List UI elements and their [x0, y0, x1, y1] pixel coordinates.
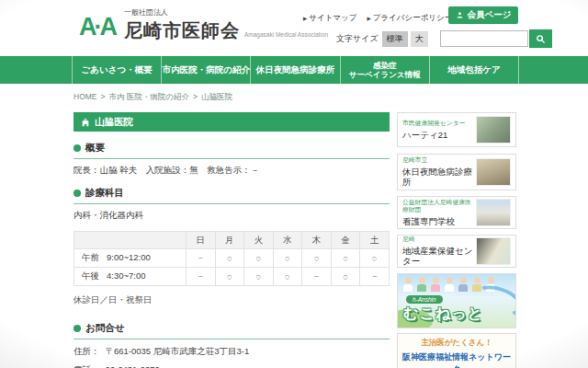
tel-value: 06-6431-6670: [106, 364, 160, 368]
nav-item-label: 休日夜間急病診療所: [256, 64, 335, 75]
breadcrumb-separator: >: [101, 92, 106, 103]
main-content: 山脇医院 概要 院長：山脇 幹夫 入院施設：無 救急告示：－ 診療科目 内科・消…: [74, 112, 390, 368]
schedule-cell: ○: [273, 249, 302, 268]
breadcrumb-clinics[interactable]: 市内 医院・病院の紹介: [108, 92, 189, 103]
schedule-cell: ○: [360, 249, 390, 268]
nav-item-community-care[interactable]: 地域包括ケア: [429, 56, 519, 84]
search-button[interactable]: [529, 29, 552, 48]
schedule-cell: ○: [215, 249, 244, 268]
user-icon: [456, 11, 464, 19]
address-row: 住所： 〒661-0035 尼崎市武庫之荘3丁目3-1: [74, 346, 390, 358]
schedule-cell: －: [302, 268, 332, 286]
font-size-large-button[interactable]: 大: [411, 31, 428, 47]
logo-icon: A·A: [79, 15, 115, 40]
schedule-cell: －: [360, 268, 390, 286]
privacy-policy-link[interactable]: ▶ プライバシーポリシー: [367, 13, 452, 24]
schedule-row-morning: 午前9:00~12:00 － ○ ○ ○ ○ ○ ○: [74, 249, 390, 268]
departments-text: 内科・消化器内科: [74, 210, 390, 222]
breadcrumb-separator: >: [193, 92, 198, 103]
arrow-icon: ▶: [303, 16, 307, 21]
banner-photo: [476, 237, 511, 265]
sitemap-link-label: サイトマップ: [309, 13, 356, 24]
nav-item-greeting[interactable]: ごあいさつ・概要: [72, 56, 161, 84]
closed-days-note: 休診日／日・祝祭日: [74, 294, 390, 306]
schedule-day-fri: 金: [331, 232, 360, 249]
address-label: 住所：: [74, 346, 100, 358]
page: A·A 一般社団法人 尼崎市医師会 Amagasaki Medical Asso…: [0, 0, 588, 368]
site-title: 尼崎市医師会: [124, 18, 240, 43]
banner-hanshin-network[interactable]: 主治医がたくさん！ 阪神医療福祉情報ネットワーク: [397, 333, 516, 368]
font-size-standard-button[interactable]: 標準: [382, 31, 408, 47]
section-heading-overview: 概要: [74, 142, 390, 159]
schedule-day-wed: 水: [273, 232, 302, 249]
schedule-table: 日 月 火 水 木 金 土 午前9:00~12:00 － ○ ○ ○: [74, 231, 390, 286]
banner-photo: [476, 116, 511, 144]
overview-text: 院長：山脇 幹夫 入院施設：無 救急告示：－: [74, 165, 390, 177]
section-heading-label: 概要: [85, 142, 105, 155]
address-value: 〒661-0035 尼崎市武庫之荘3丁目3-1: [106, 346, 250, 358]
schedule-cell: ○: [244, 268, 274, 286]
banner-emergency-clinic[interactable]: 尼崎市立 休日夜間急病診療所: [397, 154, 516, 190]
banner-harty21[interactable]: 市民健康開発センター ハーティ21: [397, 112, 516, 147]
nav-item-label: サーベイランス情報: [349, 70, 421, 79]
page-title-bar: 山脇医院: [74, 112, 390, 132]
member-page-button-label: 会員ページ: [468, 9, 512, 21]
breadcrumb: HOME > 市内 医院・病院の紹介 > 山脇医院: [74, 92, 232, 103]
schedule-cell: ○: [273, 268, 302, 286]
nav-item-emergency-clinic[interactable]: 休日夜間急病診療所: [250, 56, 339, 84]
nav-item-clinics[interactable]: 市内医院・病院の紹介: [161, 56, 250, 84]
nav-item-label: 感染症: [373, 61, 397, 70]
time-label: 4:30~7:00: [107, 270, 146, 281]
banner-top-label: 市民健康開発センター: [402, 120, 476, 127]
schedule-header-row: 日 月 火 水 木 金 土: [74, 232, 390, 249]
banner-photo: [476, 199, 511, 226]
banner-title: 休日夜間急病診療所: [402, 167, 476, 188]
time-label: 9:00~12:00: [107, 252, 151, 262]
schedule-cell: ○: [302, 249, 332, 268]
org-type-label: 一般社団法人: [124, 7, 328, 17]
tel-row: 電話： 06-6431-6670: [74, 364, 390, 368]
nav-item-surveillance[interactable]: 感染症 サーベイランス情報: [340, 56, 429, 84]
banner-mukonet[interactable]: h-Anshin むこねっと: [397, 273, 516, 328]
section-heading-contact: お問合せ: [74, 322, 390, 339]
privacy-policy-link-label: プライバシーポリシー: [373, 13, 453, 24]
site-logo[interactable]: A·A 一般社団法人 尼崎市医師会 Amagasaki Medical Asso…: [79, 7, 328, 43]
sidebar: 市民健康開発センター ハーティ21 尼崎市立 休日夜間急病診療所 公益財団法人尼…: [397, 112, 516, 368]
main-nav: ごあいさつ・概要 市内医院・病院の紹介 休日夜間急病診療所 感染症 サーベイラン…: [0, 56, 588, 84]
banner-occupational-health[interactable]: 尼崎 地域産業保健センター: [397, 235, 516, 268]
period-label: 午後: [82, 270, 99, 281]
banner-photo: [476, 158, 511, 186]
schedule-day-tue: 火: [244, 232, 274, 249]
schedule-row-afternoon: 午後4:30~7:00 － ○ ○ ○ － ○ －: [74, 268, 390, 286]
nav-item-label: 市内医院・病院の紹介: [163, 64, 250, 75]
font-size-label: 文字サイズ: [336, 33, 379, 45]
banner-top-label: 尼崎: [402, 236, 476, 243]
schedule-cell: ○: [244, 249, 274, 268]
schedule-cell: －: [187, 249, 216, 268]
bullet-icon: [74, 325, 81, 332]
section-heading-label: お問合せ: [85, 322, 125, 335]
banner-title: 地域産業保健センター: [402, 246, 476, 267]
search-input[interactable]: [440, 30, 528, 47]
bullet-icon: [74, 144, 81, 152]
schedule-day-sun: 日: [187, 232, 216, 249]
banner-title: 看護専門学校: [402, 216, 476, 226]
schedule-row-label: 午前9:00~12:00: [74, 249, 187, 268]
mukonet-title: むこねっと: [403, 305, 483, 324]
tel-label: 電話：: [74, 364, 100, 368]
banner-top-label: 公益財団法人尼崎健康医療財団: [402, 199, 476, 214]
breadcrumb-home[interactable]: HOME: [74, 92, 97, 103]
nav-item-label: 地域包括ケア: [447, 64, 500, 75]
sitemap-link[interactable]: ▶ サイトマップ: [303, 13, 356, 24]
schedule-corner-cell: [74, 232, 187, 249]
schedule-cell: －: [187, 268, 216, 286]
banner-nursing-school[interactable]: 公益財団法人尼崎健康医療財団 看護専門学校: [397, 196, 516, 229]
member-page-button[interactable]: 会員ページ: [448, 6, 518, 24]
nav-item-label: ごあいさつ・概要: [82, 64, 153, 75]
search-icon: [536, 34, 546, 44]
info-line-2: 阪神医療福祉情報ネットワーク: [399, 351, 514, 368]
schedule-cell: ○: [331, 249, 360, 268]
schedule-row-label: 午後4:30~7:00: [74, 268, 187, 286]
arrow-icon: ▶: [367, 16, 370, 21]
bullet-icon: [74, 190, 81, 197]
